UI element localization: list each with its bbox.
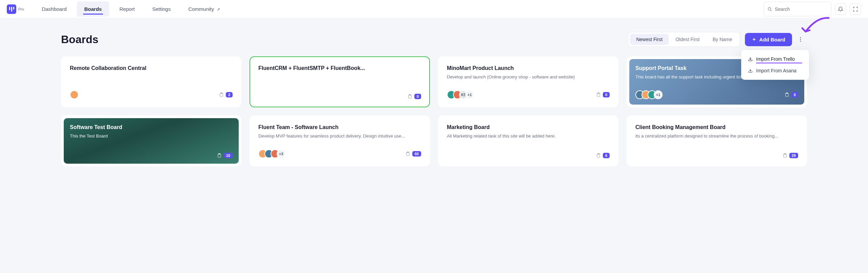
nav-tabs: Dashboard Boards Report Settings Communi… [34, 1, 228, 17]
task-count-badge: 0 [414, 94, 421, 99]
avatar-stack: +3 [258, 149, 285, 158]
board-card-inner: Client Booking Management BoardIts a cen… [629, 118, 804, 164]
board-card[interactable]: MinoMart Product LaunchDevelop and launc… [438, 56, 618, 107]
avatar-more: +1 [654, 90, 663, 99]
board-description: All Marketing related task of this site … [447, 133, 610, 140]
board-card-inner: Fluent Team - Software LaunchDevelop MVP… [252, 118, 427, 164]
clipboard-icon [596, 153, 601, 158]
download-icon [748, 68, 753, 73]
board-card[interactable]: Remote Collaboration Central2 [61, 56, 241, 107]
notifications-button[interactable] [835, 3, 846, 15]
task-count-badge: 6 [603, 153, 610, 158]
sort-label: Newest First [636, 37, 663, 42]
board-title: MinoMart Product Launch [447, 65, 610, 72]
nav-tab-settings[interactable]: Settings [145, 1, 178, 17]
app-logo-icon [7, 4, 16, 14]
logo-wrap[interactable]: Pro [7, 4, 24, 14]
clipboard-icon [408, 94, 412, 99]
pro-badge: Pro [18, 7, 24, 11]
search-input[interactable] [775, 6, 834, 12]
nav-tab-dashboard[interactable]: Dashboard [34, 1, 74, 17]
board-footer: 2 [70, 90, 233, 99]
svg-point-4 [800, 37, 801, 38]
board-card[interactable]: Client Booking Management BoardIts a cen… [627, 115, 807, 166]
avatar-stack [70, 90, 79, 99]
board-title: Marketing Board [447, 124, 610, 131]
board-footer: 29 [635, 153, 798, 158]
task-count-wrap: 2 [219, 92, 233, 97]
sort-label: Oldest First [675, 37, 700, 42]
expand-icon [853, 6, 858, 12]
bell-icon [838, 6, 843, 12]
board-card-inner: Software Test BoardThis the Test Board10 [64, 118, 239, 164]
annotation-arrow-icon [798, 15, 832, 39]
board-description: Develop MVP features for seamless produc… [258, 133, 421, 140]
board-card-inner: FluentCRM + FluentSMTP + FluentBook...0 [252, 59, 427, 105]
avatar-more: +1 [465, 90, 474, 99]
task-count-wrap: 10 [217, 153, 233, 158]
import-from-asana[interactable]: Import From Asana [743, 65, 807, 76]
avatar [70, 90, 79, 99]
board-card[interactable]: Marketing BoardAll Marketing related tas… [438, 115, 618, 166]
clipboard-icon [596, 92, 601, 97]
add-board-label: Add Board [759, 37, 785, 42]
clipboard-icon [219, 92, 224, 97]
sort-oldest-first[interactable]: Oldest First [669, 34, 706, 45]
sort-newest-first[interactable]: Newest First [630, 34, 669, 45]
board-footer: KS+10 [447, 90, 610, 99]
board-description: Its a centralized platform designed to s… [635, 133, 798, 140]
dropdown-item-label: Import From Trello [756, 56, 795, 62]
dropdown-item-label: Import From Asana [756, 68, 796, 73]
clipboard-icon [217, 153, 222, 158]
nav-tab-report[interactable]: Report [112, 1, 142, 17]
board-footer: 10 [70, 153, 233, 158]
nav-tab-community[interactable]: Community ↗ [181, 1, 228, 17]
download-icon [748, 57, 753, 61]
nav-tab-label: Settings [152, 6, 171, 12]
svg-line-1 [771, 10, 772, 11]
board-description: Develop and launch (Online grocery shop … [447, 74, 610, 80]
task-count-badge: 0 [603, 92, 610, 97]
nav-tab-boards[interactable]: Boards [77, 1, 110, 17]
task-count-wrap: 0 [785, 92, 798, 97]
main-content: Boards Newest First Oldest First By Name… [0, 18, 868, 173]
sort-label: By Name [713, 37, 732, 42]
import-from-trello[interactable]: Import From Trello [743, 53, 807, 65]
more-vertical-icon [797, 36, 804, 42]
task-count-badge: 10 [224, 153, 233, 158]
add-board-button[interactable]: Add Board [745, 33, 792, 46]
more-options-button[interactable]: Import From Trello Import From Asana [794, 33, 807, 46]
board-title: Fluent Team - Software Launch [258, 124, 421, 131]
board-title: Client Booking Management Board [635, 124, 798, 131]
task-count-wrap: 60 [406, 151, 421, 157]
boards-grid: Remote Collaboration Central2FluentCRM +… [61, 56, 807, 166]
svg-point-6 [800, 41, 801, 42]
nav-tab-label: Report [119, 6, 135, 12]
task-count-wrap: 0 [596, 92, 610, 97]
board-footer: +360 [258, 149, 421, 158]
board-footer: 6 [447, 153, 610, 158]
task-count-wrap: 6 [596, 153, 610, 158]
board-card-inner: Marketing BoardAll Marketing related tas… [441, 118, 616, 164]
sort-control: Newest First Oldest First By Name [628, 32, 740, 47]
page-header: Boards Newest First Oldest First By Name… [61, 32, 807, 47]
board-title: Software Test Board [70, 124, 233, 131]
nav-tab-label: Boards [84, 6, 102, 12]
avatar-more: +3 [277, 149, 285, 158]
board-card[interactable]: Fluent Team - Software LaunchDevelop MVP… [250, 115, 430, 166]
board-card[interactable]: FluentCRM + FluentSMTP + FluentBook...0 [250, 56, 430, 107]
fullscreen-button[interactable] [850, 3, 861, 15]
task-count-wrap: 29 [783, 153, 798, 158]
sort-by-name[interactable]: By Name [707, 34, 738, 45]
board-card[interactable]: Software Test BoardThis the Test Board10 [61, 115, 241, 166]
import-dropdown: Import From Trello Import From Asana [741, 50, 809, 80]
clipboard-icon [785, 92, 789, 97]
board-card-inner: MinoMart Product LaunchDevelop and launc… [441, 59, 616, 105]
clipboard-icon [783, 153, 787, 158]
svg-point-5 [800, 39, 801, 40]
search-box[interactable]: ⌘ k [764, 2, 831, 16]
task-count-badge: 0 [791, 92, 798, 97]
task-count-badge: 29 [789, 153, 798, 158]
search-icon [767, 7, 772, 12]
board-footer: +10 [635, 90, 798, 99]
